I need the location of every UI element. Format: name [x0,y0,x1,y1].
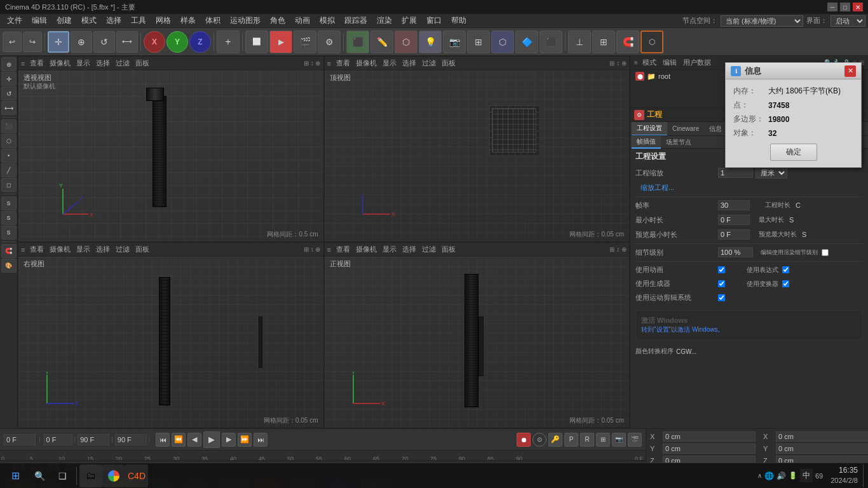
left-tool-obj[interactable]: ⬛ [1,119,17,133]
paint-button[interactable]: ⬡ [641,30,663,53]
coord-rot-y-input[interactable] [776,444,868,454]
systray-network[interactable]: 🌐 [764,471,774,480]
menu-edit[interactable]: 编辑 [27,14,51,27]
obj-mgr-userdata[interactable]: 用户数据 [681,58,713,67]
vp-right-view[interactable]: 查看 [28,243,46,255]
vp-front-display[interactable]: 显示 [381,243,398,255]
menu-tools[interactable]: 工具 [126,14,151,27]
tl-key-rot[interactable]: R [580,433,594,447]
vp-persp-panel[interactable]: 面板 [133,57,151,69]
vp-persp-select[interactable]: 选择 [94,57,112,69]
tl-prev-frame[interactable]: ⏪ [172,433,186,447]
vp-front-cam[interactable]: 摄像机 [354,243,379,255]
obj-mgr-edit[interactable]: 编辑 [661,58,679,67]
vp-top-menu-icon[interactable]: ≡ [327,60,331,67]
menu-mesh[interactable]: 网格 [151,14,175,27]
menu-select[interactable]: 选择 [102,14,126,27]
left-tool-poly[interactable]: ◻ [1,178,17,192]
tl-goto-end[interactable]: ⏭ [254,433,268,447]
constraint-button[interactable]: ⊞ [467,30,490,53]
viewport-right[interactable]: ≡ 查看 摄像机 显示 选择 过滤 面板 ⊞ ↕ ⊕ 右视图 [18,242,324,428]
mograph-button[interactable]: ⬡ [491,30,514,53]
prop-tab-cineware[interactable]: Cineware [667,123,704,134]
vp-right-display[interactable]: 显示 [74,243,92,255]
menu-spline[interactable]: 样条 [176,14,200,27]
vp-right-filter[interactable]: 过滤 [114,243,132,255]
viewport-top[interactable]: ≡ 查看 摄像机 显示 选择 过滤 面板 ⊞ ↕ ⊕ 顶视图 [324,56,630,242]
scale-tool[interactable]: ⟷ [116,31,138,53]
systray-battery[interactable]: 🔋 [789,471,797,480]
play-button[interactable]: ▶ [269,30,292,53]
interface-select[interactable]: 启动 [831,15,865,27]
redo-button[interactable]: ↪ [23,32,42,52]
eng-use-anim-check[interactable] [718,266,725,273]
vp-front-menu-icon[interactable]: ≡ [327,246,331,254]
systray-speaker[interactable]: 🔊 [776,471,786,480]
tl-play-stop[interactable]: ▶ [203,431,220,448]
viewport-perspective[interactable]: ≡ 查看 摄像机 显示 选择 过滤 面板 ⊞ ↕ ⊕ 透视视图 默认摄像机 [18,56,324,242]
menu-render[interactable]: 渲染 [372,14,397,27]
node-space-select[interactable]: 当前 (标准/物理) [721,15,803,27]
tl-record-btn[interactable]: ⏺ [517,433,531,447]
nurbs-button[interactable]: ✏️ [370,30,393,53]
left-tool-1[interactable]: ⊕ [1,57,17,71]
render-button[interactable]: 🎬 [294,30,316,53]
menu-animate[interactable]: 动画 [290,14,315,27]
vp-right-panel[interactable]: 面板 [133,243,151,255]
systray-ime[interactable]: 中 [800,469,813,482]
close-button[interactable]: ✕ [853,3,863,11]
coord-rot-x-input[interactable] [776,431,868,442]
left-tool-mesh[interactable]: ⬡ [1,134,17,148]
show-desktop-button[interactable] [863,464,865,487]
left-tool-s1[interactable]: S [1,196,17,210]
vp-front-view[interactable]: 查看 [334,243,352,255]
vp-persp-menu-icon[interactable]: ≡ [21,60,25,67]
win-activate-line2[interactable]: 转到"设置"以激活 Windows。 [641,325,857,334]
render-region-button[interactable]: ⬜ [245,30,268,53]
cube-button[interactable]: ⬛ [346,30,369,53]
systray-arrow[interactable]: ∧ [757,472,762,479]
vp-persp-cam[interactable]: 摄像机 [48,57,72,69]
left-tool-paint[interactable]: 🎨 [1,259,17,273]
tl-step-fwd[interactable]: ▶ [222,433,236,447]
left-tool-3[interactable]: ↺ [1,86,17,100]
eng-preview-min-input[interactable] [718,229,750,240]
left-tool-point[interactable]: • [1,149,17,163]
eng-scale-input[interactable] [718,168,753,178]
tl-end-frame[interactable] [78,434,109,445]
taskbar-c4d[interactable]: C4D [125,464,148,487]
tl-goto-start[interactable]: ⏮ [156,433,170,447]
light-button[interactable]: 💡 [419,30,442,53]
viewport-front-content[interactable]: 正视图 Y X [325,257,630,428]
tl-key-extra[interactable]: 📷 [612,433,626,447]
left-tool-s3[interactable]: S [1,226,17,240]
menu-window[interactable]: 窗口 [422,14,446,27]
taskbar-chrome[interactable] [102,464,125,487]
vp-top-display[interactable]: 显示 [381,57,398,69]
rotate-tool[interactable]: ↺ [93,31,115,53]
coord-y-input[interactable] [663,444,756,454]
task-view-button[interactable]: ❑ [51,464,74,487]
eng-mintime-input[interactable] [718,215,750,225]
vp-right-menu-icon[interactable]: ≡ [21,246,25,254]
menu-character[interactable]: 角色 [266,14,290,27]
vp-front-filter[interactable]: 过滤 [420,243,438,255]
left-tool-4[interactable]: ⟷ [1,101,17,115]
eng-use-motion-check[interactable] [718,294,725,301]
tl-current-frame[interactable] [4,434,36,445]
minimize-button[interactable]: ─ [827,3,837,11]
menu-simulate[interactable]: 模拟 [315,14,339,27]
vp-right-cam[interactable]: 摄像机 [48,243,72,255]
viewport-front[interactable]: ≡ 查看 摄像机 显示 选择 过滤 面板 ⊞ ↕ ⊕ 正视图 [324,242,630,428]
eng-scale-project-label[interactable]: 缩放工程... [635,183,679,193]
taskbar-explorer[interactable]: 🗂 [79,464,102,487]
field-button[interactable]: 🔷 [515,30,538,53]
left-tool-2[interactable]: ✛ [1,72,17,86]
vp-top-panel[interactable]: 面板 [440,57,458,69]
eng-render-lod-check[interactable] [822,249,829,256]
prop-subtab-scene-nodes[interactable]: 场景节点 [661,137,696,148]
vp-top-cam[interactable]: 摄像机 [354,57,379,69]
new-object-button[interactable]: + [217,30,240,53]
vp-front-panel[interactable]: 面板 [440,243,458,255]
vp-persp-filter[interactable]: 过滤 [114,57,132,69]
